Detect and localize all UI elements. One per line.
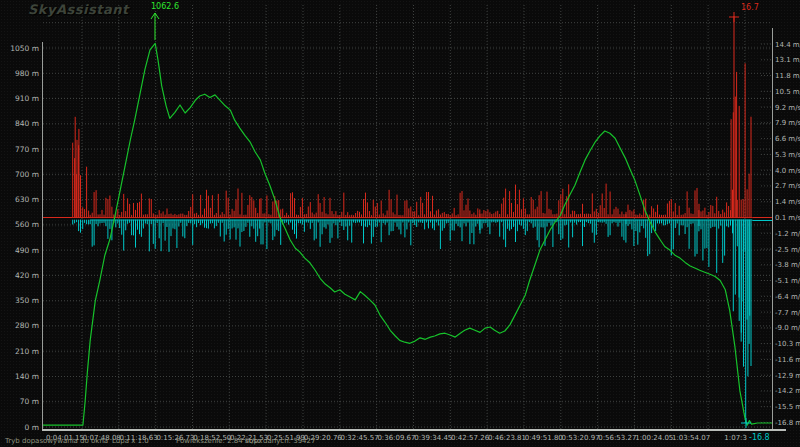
status-magnifier: Lupa x 1.0 — [112, 437, 149, 445]
vario-tick-label: -12.9 m/s — [775, 372, 800, 380]
plot-area[interactable] — [42, 0, 772, 430]
altitude-tick-label: 350 m — [15, 296, 39, 305]
status-fit-mode: Tryb dopasowywania do okna — [5, 437, 108, 445]
vario-tick-label: -7.7 m/s — [775, 309, 800, 317]
vario-tick-label: -15.5 m/s — [775, 403, 800, 411]
vario-tick-label: -1.2 m/s — [775, 230, 800, 238]
vario-tick-label: 5.3 m/s — [775, 151, 800, 159]
altitude-tick-label: 140 m — [15, 372, 39, 381]
vario-tick-label: 2.7 m/s — [775, 182, 800, 190]
vario-tick-label: 11.8 m/s — [775, 72, 800, 80]
vario-tick-label: -2.5 m/s — [775, 246, 800, 254]
altitude-tick-label: 910 m — [15, 94, 39, 103]
vario-tick-label: -6.4 m/s — [775, 293, 800, 301]
altitude-tick-label: 420 m — [15, 271, 39, 280]
vario-tick-label: 9.2 m/s — [775, 104, 800, 112]
altitude-tick-label: 560 m — [15, 220, 39, 229]
altitude-tick-label: 210 m — [15, 347, 39, 356]
vario-tick-label: -5.1 m/s — [775, 277, 800, 285]
vario-tick-label: 14.4 m/s — [775, 41, 800, 49]
altitude-tick-label: 280 m — [15, 321, 39, 330]
altitude-tick-label: 0 m — [25, 423, 39, 432]
skyassistant-window: { "app": { "watermark": "SkyAssistant" }… — [0, 0, 800, 447]
vario-tick-label: 4.0 m/s — [775, 167, 800, 175]
y-axis-left-labels: 1050 m980 m910 m840 m770 m700 m630 m560 … — [10, 44, 39, 432]
status-bar: Tryb dopasowywania do okna Lupa x 1.0 Po… — [0, 436, 800, 447]
vario-tick-label: -9.0 m/s — [775, 324, 800, 332]
vario-tick-label: -16.8 m/s — [775, 419, 800, 427]
app-watermark: SkyAssistant — [28, 2, 129, 17]
vario-tick-label: 10.5 m/s — [775, 88, 800, 96]
vario-tick-label: 7.9 m/s — [775, 119, 800, 127]
altitude-tick-label: 980 m — [15, 69, 39, 78]
vario-tick-label: 13.1 m/s — [775, 56, 800, 64]
y-axis-right-labels: 14.4 m/s13.1 m/s11.8 m/s10.5 m/s9.2 m/s7… — [775, 41, 800, 428]
vario-tick-label: -3.8 m/s — [775, 261, 800, 269]
altitude-tick-label: 840 m — [15, 119, 39, 128]
vario-tick-label: 1.4 m/s — [775, 198, 800, 206]
altitude-tick-label: 630 m — [15, 195, 39, 204]
vario-tick-label: -14.2 m/s — [775, 387, 800, 395]
vario-tick-label: -11.6 m/s — [775, 356, 800, 364]
altitude-tick-label: 700 m — [15, 170, 39, 179]
vario-tick-label: -10.3 m/s — [775, 340, 800, 348]
altitude-tick-label: 490 m — [15, 246, 39, 255]
altitude-tick-label: 70 m — [20, 397, 39, 406]
altitude-tick-label: 1050 m — [10, 44, 39, 53]
vario-tick-label: 0.1 m/s — [775, 214, 800, 222]
altitude-tick-label: 770 m — [15, 145, 39, 154]
status-data-count: Ilosc danych: 39427 — [245, 437, 315, 445]
vario-tick-label: 6.6 m/s — [775, 135, 800, 143]
